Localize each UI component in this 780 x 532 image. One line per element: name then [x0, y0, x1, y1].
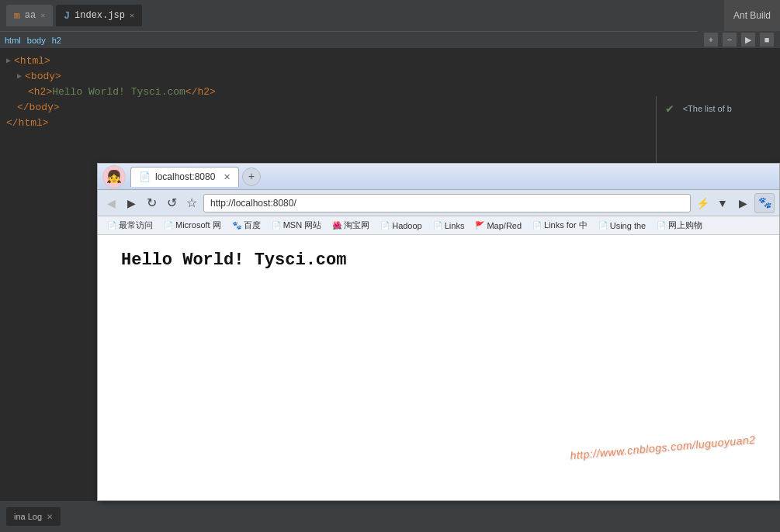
bottom-tab-log-close[interactable]: ✕ [47, 513, 53, 521]
bottom-tab-log[interactable]: ina Log ✕ [6, 507, 61, 526]
browser-tab-page-icon: 📄 [139, 171, 151, 182]
bookmark-microsoft-label: Microsoft 网 [175, 219, 221, 231]
bookmark-wangshang-icon: 📄 [657, 221, 666, 230]
ide-bottom-bar: ina Log ✕ [0, 501, 780, 532]
watermark-text: http://www.cnblogs.com/luguoyuan2 [570, 434, 756, 462]
bookmark-item-baidu[interactable]: 🐾 百度 [227, 218, 265, 233]
tab-indexjsp-close[interactable]: ✕ [130, 11, 134, 20]
tab-aa-close[interactable]: ✕ [40, 11, 45, 20]
tab-indexjsp-icon: J [64, 10, 70, 22]
bookmark-item-links-zh[interactable]: 📄 Links for 中 [528, 218, 592, 233]
browser-undo-button[interactable]: ↺ [163, 195, 180, 212]
bookmark-item-wangshang[interactable]: 📄 网上购物 [652, 218, 707, 233]
bookmark-item-microsoft[interactable]: 📄 Microsoft 网 [159, 218, 226, 233]
code-tag-2: <body> [25, 71, 61, 82]
browser-content-area: Hello World! Tysci.com http://www.cnblog… [98, 235, 779, 500]
code-tag-close-h2: </h2> [185, 86, 216, 98]
browser-dropdown-button[interactable]: ▼ [714, 195, 731, 212]
ant-build-toolbar: + − ▶ ■ [698, 31, 780, 48]
bookmark-using-label: Using the [610, 221, 646, 230]
browser-menu-button[interactable]: 🐾 [754, 193, 775, 213]
browser-star-button[interactable]: ☆ [183, 195, 200, 212]
browser-nav-bar: ◀ ▶ ↻ ↺ ☆ ⚡ ▼ ▶ 🐾 [98, 190, 779, 216]
bookmark-item-zuichang[interactable]: 📄 最常访问 [102, 218, 158, 233]
green-checkmark-icon: ✔ [661, 98, 678, 119]
bookmark-msn-label: MSN 网站 [283, 219, 322, 231]
browser-lightning-button[interactable]: ⚡ [694, 195, 711, 212]
bookmark-hadoop-label: Hadoop [392, 221, 422, 230]
ant-play-button[interactable]: ▶ [741, 33, 755, 47]
ant-add-button[interactable]: + [704, 33, 718, 47]
bookmark-mapred-icon: 🚩 [475, 221, 484, 230]
right-panel-check-row: ✔ <The list of b [657, 96, 780, 121]
tab-aa-label: aa [25, 10, 36, 21]
bookmark-baidu-label: 百度 [244, 219, 261, 231]
code-tag-close-html: </html> [6, 117, 49, 129]
browser-window: 👧 📄 localhost:8080 ✕ + ◀ ▶ ↻ ↺ ☆ ⚡ ▼ ▶ 🐾 [97, 163, 780, 501]
code-line-2: ▶ <body> [6, 68, 780, 84]
code-line-1: ▶ <html> [6, 53, 780, 68]
bookmark-item-hadoop[interactable]: 📄 Hadoop [376, 219, 427, 232]
line-arrow-2: ▶ [17, 71, 22, 81]
bookmark-linkszh-icon: 📄 [532, 221, 542, 230]
breadcrumb-html[interactable]: html [5, 36, 21, 45]
browser-bookmarks-bar: 📄 最常访问 📄 Microsoft 网 🐾 百度 📄 MSN 网站 🌺 淘宝网… [98, 216, 779, 235]
bookmark-item-taobao[interactable]: 🌺 淘宝网 [328, 218, 374, 233]
browser-menu-icon: 🐾 [758, 196, 771, 209]
bookmark-mapred-label: Map/Red [487, 221, 522, 230]
bookmark-item-msn[interactable]: 📄 MSN 网站 [267, 218, 327, 233]
bookmark-taobao-icon: 🌺 [332, 221, 341, 230]
ant-minus-button[interactable]: − [723, 33, 737, 47]
browser-go-button[interactable]: ▶ [734, 195, 751, 212]
ant-build-label: Ant Build [724, 0, 780, 31]
browser-address-bar[interactable] [203, 194, 691, 212]
page-heading: Hello World! Tysci.com [121, 250, 756, 270]
tab-index-jsp[interactable]: J index.jsp ✕ [56, 5, 142, 26]
bookmark-item-links[interactable]: 📄 Links [428, 219, 470, 232]
ide-breadcrumb-bar: html body h2 [0, 31, 780, 48]
tab-indexjsp-label: index.jsp [75, 10, 125, 21]
browser-back-button[interactable]: ◀ [102, 195, 120, 212]
bookmark-links-label: Links [445, 221, 465, 230]
bottom-tab-log-label: ina Log [14, 512, 42, 521]
bookmark-item-using[interactable]: 📄 Using the [594, 219, 650, 232]
browser-avatar: 👧 [102, 165, 126, 188]
bookmark-linkszh-label: Links for 中 [544, 219, 588, 231]
bookmark-zuichang-icon: 📄 [107, 221, 116, 230]
browser-new-tab-button[interactable]: + [242, 168, 261, 186]
browser-tab-close[interactable]: ✕ [224, 172, 231, 182]
code-content-h2: Hello World! Tysci.com [52, 86, 185, 98]
bookmark-taobao-label: 淘宝网 [344, 219, 369, 231]
breadcrumb-body[interactable]: body [27, 36, 46, 45]
browser-forward-button[interactable]: ▶ [123, 195, 140, 212]
line-arrow-1: ▶ [6, 56, 11, 65]
bookmark-microsoft-icon: 📄 [164, 221, 173, 230]
bookmark-item-mapred[interactable]: 🚩 Map/Red [470, 219, 526, 232]
browser-title-bar: 👧 📄 localhost:8080 ✕ + [98, 164, 779, 190]
code-tag-open-h2: <h2> [28, 86, 52, 98]
browser-refresh-button[interactable]: ↻ [143, 195, 160, 212]
tab-aa[interactable]: m aa ✕ [6, 5, 53, 26]
browser-tab-label: localhost:8080 [155, 171, 215, 182]
ide-tab-bar: m aa ✕ J index.jsp ✕ Ant Build [0, 0, 780, 31]
right-panel-list-text: <The list of b [678, 102, 737, 115]
bookmark-using-icon: 📄 [598, 221, 608, 230]
tab-aa-icon: m [14, 10, 20, 22]
bookmark-msn-icon: 📄 [272, 221, 281, 230]
browser-active-tab[interactable]: 📄 localhost:8080 ✕ [130, 167, 239, 187]
breadcrumb-h2[interactable]: h2 [52, 36, 61, 45]
code-tag-close-body: </body> [17, 102, 60, 113]
bookmark-baidu-icon: 🐾 [232, 221, 241, 230]
bookmark-links-icon: 📄 [433, 221, 442, 230]
ant-stop-button[interactable]: ■ [760, 33, 774, 47]
avatar-emoji: 👧 [106, 169, 122, 185]
bookmark-hadoop-icon: 📄 [380, 221, 390, 230]
bookmark-wangshang-label: 网上购物 [668, 219, 702, 231]
bookmark-zuichang-label: 最常访问 [119, 219, 153, 231]
code-tag-1: <html> [14, 55, 50, 67]
browser-tab-area: 📄 localhost:8080 ✕ + [130, 167, 775, 187]
